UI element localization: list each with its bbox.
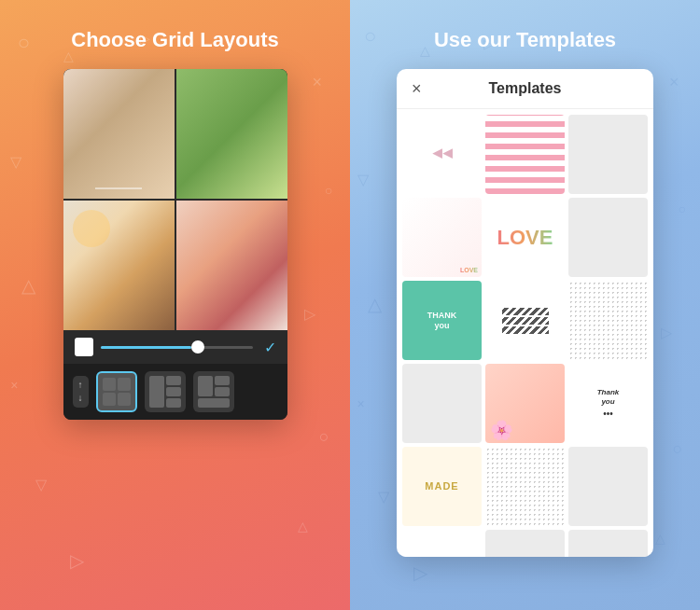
chevron-line-1 xyxy=(502,308,549,315)
template-empty-1[interactable] xyxy=(568,115,648,194)
thankyou-script-text: Thankyou xyxy=(597,388,620,408)
template-dotted-1[interactable] xyxy=(568,281,648,360)
lo-cell xyxy=(166,398,181,408)
slider-track[interactable] xyxy=(101,346,253,349)
toolbar: ✓ xyxy=(63,330,287,364)
template-dotted-2[interactable] xyxy=(485,447,565,526)
template-empty-5[interactable] xyxy=(485,530,565,557)
template-empty-2[interactable] xyxy=(568,198,648,277)
layout-2col[interactable] xyxy=(145,371,186,412)
templates-grid: LOVE THANKyou Thankyou ••• MADE xyxy=(397,109,653,557)
lo-cell xyxy=(166,376,181,385)
lo-cell xyxy=(198,376,213,396)
lo-cell xyxy=(103,393,116,406)
made-text: MADE xyxy=(425,479,458,493)
template-empty-6[interactable] xyxy=(568,530,648,557)
left-panel: ○ △ × ▽ ○ △ ▷ × ○ ▽ △ ▷ ▷ × Choose Grid … xyxy=(0,0,350,610)
template-floral[interactable] xyxy=(485,364,565,443)
phone-mockup: ✓ ↑ ↓ xyxy=(63,69,287,420)
chevron-line-2 xyxy=(502,317,549,325)
modal-header: × Templates xyxy=(397,69,653,109)
arrow-down[interactable]: ↓ xyxy=(78,393,83,404)
modal-close-button[interactable]: × xyxy=(412,79,422,99)
template-love-big[interactable]: LOVE xyxy=(485,198,565,277)
chevron-line-3 xyxy=(502,326,549,334)
template-empty-3[interactable] xyxy=(402,364,482,443)
template-love-card[interactable] xyxy=(402,198,482,277)
template-with[interactable]: ..with.. xyxy=(402,530,482,557)
template-empty-4[interactable] xyxy=(568,447,648,526)
template-striped[interactable] xyxy=(485,115,565,194)
photo-cell-1 xyxy=(63,69,175,199)
slider-fill xyxy=(101,346,192,349)
template-made[interactable]: MADE xyxy=(402,447,482,526)
lo-cell xyxy=(166,387,181,396)
color-swatch[interactable] xyxy=(75,338,93,356)
check-icon[interactable]: ✓ xyxy=(264,339,276,356)
lo-cell xyxy=(215,376,230,385)
template-thank-you[interactable]: THANKyou xyxy=(402,281,482,360)
modal-title: Templates xyxy=(489,80,562,97)
photo-cell-4 xyxy=(176,201,287,330)
layout-bar: ↑ ↓ xyxy=(63,364,287,420)
slider-thumb[interactable] xyxy=(191,340,204,354)
love-big-text: LOVE xyxy=(497,226,553,250)
lo-cell xyxy=(103,378,116,391)
thank-you-text: THANKyou xyxy=(427,311,457,331)
template-thankyou-script[interactable]: Thankyou ••• xyxy=(568,364,648,443)
arrow-up[interactable]: ↑ xyxy=(78,380,83,391)
templates-modal: × Templates LOVE THANKyou xyxy=(397,69,653,557)
thankyou-dots: ••• xyxy=(603,409,613,419)
template-arrows[interactable] xyxy=(402,115,482,194)
right-panel-title: Use our Templates xyxy=(434,28,616,52)
layout-3col[interactable] xyxy=(193,371,234,412)
right-panel: ○ △ × ▽ ○ △ ▷ × ○ ▽ △ ▷ ▷ × Use our Temp… xyxy=(350,0,700,610)
nav-arrows[interactable]: ↑ ↓ xyxy=(73,376,89,408)
lo-cell xyxy=(198,398,230,408)
lo-cell xyxy=(149,376,164,408)
template-chevron[interactable] xyxy=(485,281,565,360)
photo-grid xyxy=(63,69,287,330)
photo-cell-2 xyxy=(176,69,287,199)
lo-cell xyxy=(215,387,230,396)
lo-cell xyxy=(118,393,131,406)
lo-cell xyxy=(118,378,131,391)
photo-cell-3 xyxy=(63,201,175,330)
left-panel-title: Choose Grid Layouts xyxy=(71,28,278,52)
layout-4-grid[interactable] xyxy=(96,371,137,412)
